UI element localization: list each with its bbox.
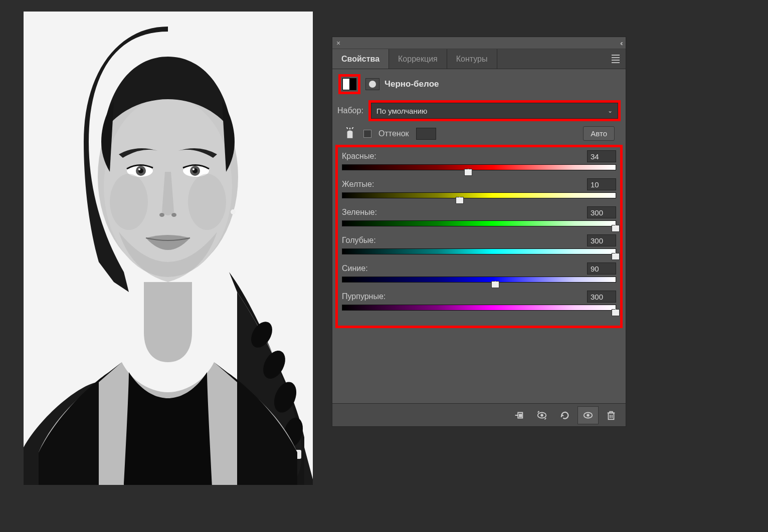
view-previous-icon[interactable] bbox=[531, 406, 552, 424]
slider-thumb[interactable] bbox=[612, 309, 620, 316]
preset-value: По умолчанию bbox=[376, 107, 427, 115]
panel-titlebar: × ‹‹ bbox=[332, 37, 626, 49]
panel-bottom-toolbar bbox=[332, 403, 626, 426]
slider-group: Пурпурные:300 bbox=[342, 291, 616, 311]
slider-group: Желтые:10 bbox=[342, 178, 616, 198]
svg-point-15 bbox=[193, 168, 195, 170]
toggle-visibility-icon[interactable] bbox=[578, 406, 599, 424]
tint-row: Оттенок Авто bbox=[332, 122, 626, 145]
close-icon[interactable]: × bbox=[336, 39, 340, 47]
svg-point-20 bbox=[231, 209, 236, 214]
slider-thumb[interactable] bbox=[456, 197, 464, 204]
slider-value-input[interactable]: 300 bbox=[587, 206, 616, 218]
slider-track[interactable] bbox=[342, 277, 616, 283]
slider-value-input[interactable]: 300 bbox=[587, 234, 616, 246]
slider-value-input[interactable]: 300 bbox=[587, 291, 616, 303]
reset-icon[interactable] bbox=[554, 406, 575, 424]
tab-correction[interactable]: Коррекция bbox=[389, 49, 447, 69]
slider-group: Красные:34 bbox=[342, 150, 616, 170]
svg-point-25 bbox=[587, 414, 590, 417]
targeted-adjustment-icon[interactable] bbox=[343, 127, 356, 140]
slider-track[interactable] bbox=[342, 305, 616, 311]
layer-mask-icon[interactable] bbox=[365, 78, 379, 90]
bw-portrait bbox=[24, 12, 313, 485]
tab-properties[interactable]: Свойства bbox=[332, 49, 389, 69]
slider-value-input[interactable]: 34 bbox=[587, 150, 616, 162]
adjustment-title: Черно-белое bbox=[385, 79, 439, 89]
slider-track[interactable] bbox=[342, 192, 616, 198]
slider-thumb[interactable] bbox=[464, 169, 472, 176]
tint-checkbox[interactable] bbox=[363, 130, 371, 138]
slider-group: Зеленые:300 bbox=[342, 206, 616, 226]
preset-dropdown[interactable]: По умолчанию ⌄ bbox=[371, 103, 618, 119]
preset-label: Набор: bbox=[337, 106, 363, 115]
svg-rect-26 bbox=[609, 413, 614, 419]
chevron-down-icon: ⌄ bbox=[608, 107, 613, 114]
svg-point-14 bbox=[138, 168, 140, 170]
slider-thumb[interactable] bbox=[491, 281, 499, 288]
slider-label: Зеленые: bbox=[342, 208, 377, 217]
slider-label: Голубые: bbox=[342, 236, 376, 245]
highlight-adjustment-icon bbox=[338, 74, 360, 94]
auto-button[interactable]: Авто bbox=[583, 126, 615, 141]
slider-group: Голубые:300 bbox=[342, 234, 616, 254]
properties-panel: × ‹‹ Свойства Коррекция Контуры Черно-бе… bbox=[332, 37, 626, 426]
adjustment-header: Черно-белое bbox=[332, 69, 626, 99]
slider-value-input[interactable]: 10 bbox=[587, 178, 616, 190]
svg-rect-21 bbox=[519, 414, 522, 417]
slider-label: Пурпурные: bbox=[342, 292, 386, 301]
image-canvas[interactable] bbox=[24, 12, 313, 485]
svg-point-16 bbox=[159, 213, 164, 217]
tab-contours[interactable]: Контуры bbox=[447, 49, 497, 69]
tint-color-swatch[interactable] bbox=[416, 128, 436, 140]
svg-point-23 bbox=[540, 414, 543, 417]
delete-icon[interactable] bbox=[601, 406, 622, 424]
slider-track[interactable] bbox=[342, 164, 616, 170]
slider-label: Желтые: bbox=[342, 180, 374, 189]
panel-menu-icon[interactable] bbox=[606, 49, 626, 69]
bw-adjustment-icon[interactable] bbox=[342, 78, 356, 90]
slider-thumb[interactable] bbox=[612, 225, 620, 232]
svg-point-17 bbox=[171, 213, 176, 217]
highlight-preset-select: По умолчанию ⌄ bbox=[368, 100, 621, 121]
slider-thumb[interactable] bbox=[612, 253, 620, 260]
slider-track[interactable] bbox=[342, 220, 616, 226]
slider-label: Красные: bbox=[342, 152, 376, 161]
svg-point-18 bbox=[110, 174, 148, 230]
slider-group: Синие:90 bbox=[342, 262, 616, 283]
highlight-sliders-area: Красные:34Желтые:10Зеленые:300Голубые:30… bbox=[335, 145, 623, 328]
preset-row: Набор: По умолчанию ⌄ bbox=[332, 99, 626, 122]
clip-to-layer-icon[interactable] bbox=[508, 406, 529, 424]
panel-spacer bbox=[332, 333, 626, 403]
panel-tabs: Свойства Коррекция Контуры bbox=[332, 49, 626, 69]
slider-label: Синие: bbox=[342, 264, 368, 273]
svg-point-19 bbox=[188, 174, 226, 230]
tint-label: Оттенок bbox=[378, 129, 409, 138]
slider-value-input[interactable]: 90 bbox=[587, 262, 616, 275]
collapse-icon[interactable]: ‹‹ bbox=[620, 39, 622, 47]
slider-track[interactable] bbox=[342, 248, 616, 254]
